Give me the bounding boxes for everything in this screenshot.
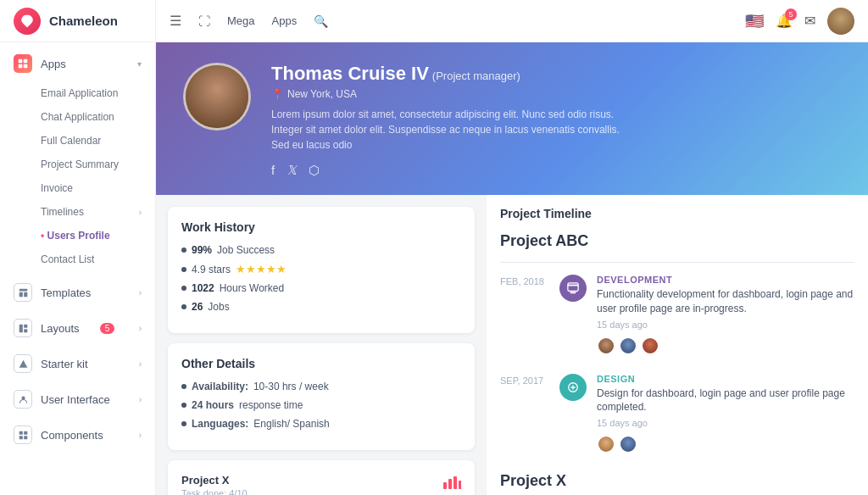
sidebar-apps-parent[interactable]: Apps ▾	[0, 46, 155, 81]
svg-rect-7	[19, 324, 22, 332]
right-panel: Project Timeline Project ABC FEB, 2018 D…	[487, 195, 868, 495]
stars-item: 4.9 stars ★★★★★	[181, 263, 461, 275]
hours-item: 1022 Hours Worked	[181, 282, 461, 294]
svg-rect-6	[24, 292, 27, 297]
sidebar-item-email-app[interactable]: Email Application	[0, 81, 155, 105]
user-avatar-nav[interactable]	[827, 8, 854, 35]
starter-kit-chevron: ›	[139, 359, 142, 369]
timeline-divider-1	[500, 262, 854, 263]
instagram-icon[interactable]: ⬡	[309, 163, 320, 178]
availability-label: Availability:	[192, 381, 248, 392]
svg-rect-22	[570, 292, 576, 293]
contact-list-label: Contact List	[41, 253, 94, 265]
templates-icon	[14, 283, 32, 302]
work-history-title: Work History	[181, 220, 461, 234]
profile-socials: f 𝕏 ⬡	[271, 163, 841, 178]
location-text: New York, USA	[287, 88, 357, 100]
svg-rect-5	[19, 292, 22, 297]
avatar-1	[597, 336, 615, 355]
flag-icon[interactable]: 🇺🇸	[745, 12, 764, 31]
sidebar-item-project-summary[interactable]: Project Summary	[0, 153, 155, 176]
sidebar-item-users-profile[interactable]: Users Profile	[0, 224, 155, 248]
user-interface-icon	[14, 390, 32, 409]
bell-wrapper[interactable]: 🔔 5	[776, 13, 793, 29]
mega-link[interactable]: Mega	[227, 14, 255, 27]
expand-icon[interactable]: ⛶	[198, 14, 210, 28]
sidebar-item-chat-app[interactable]: Chat Application	[0, 105, 155, 129]
timelines-chevron: ›	[139, 208, 142, 217]
languages-dot	[181, 421, 186, 426]
timelines-label: Timelines	[41, 206, 84, 218]
jobs-count: 26	[192, 301, 203, 313]
mail-icon[interactable]: ✉	[804, 13, 815, 29]
svg-rect-0	[19, 59, 23, 64]
project-x-section-title: Project X	[500, 472, 854, 490]
languages-label: Languages:	[192, 418, 248, 430]
sidebar-item-starter-kit[interactable]: Starter kit ›	[0, 346, 155, 381]
sidebar-item-user-interface[interactable]: User Interface ›	[0, 381, 155, 417]
svg-rect-13	[24, 431, 27, 434]
availability-item: Availability: 10-30 hrs / week	[181, 381, 461, 392]
languages-item: Languages: English/ Spanish	[181, 418, 461, 430]
avatar-5	[619, 435, 637, 453]
user-interface-label: User Interface	[41, 393, 110, 406]
languages-value: English/ Spanish	[253, 418, 329, 430]
left-panel: Work History 99% Job Success 4.9 stars ★…	[156, 195, 487, 495]
job-success-dot	[181, 248, 186, 253]
layouts-icon	[14, 319, 32, 337]
hamburger-icon[interactable]: ☰	[170, 13, 181, 29]
avatar-2	[619, 336, 637, 355]
apps-link[interactable]: Apps	[272, 14, 298, 27]
design-tag: DESIGN	[597, 374, 854, 384]
components-icon	[14, 425, 32, 444]
svg-marker-10	[19, 359, 27, 367]
job-success-pct: 99%	[192, 244, 212, 256]
sidebar-item-layouts[interactable]: Layouts 5 ›	[0, 310, 155, 346]
sidebar-item-invoice[interactable]: Invoice	[0, 176, 155, 200]
profile-info: Thomas Cruise IV (Project manager) 📍 New…	[271, 63, 841, 178]
sidebar-item-templates[interactable]: Templates ›	[0, 275, 155, 310]
twitter-icon[interactable]: 𝕏	[287, 163, 297, 178]
response-time-item: 24 hours response time	[181, 399, 461, 411]
star-icons: ★★★★★	[236, 263, 287, 275]
sidebar-item-full-calendar[interactable]: Full Calendar	[0, 129, 155, 153]
sidebar-item-components[interactable]: Components ›	[0, 417, 155, 453]
profile-avatar	[183, 63, 251, 131]
response-label: 24 hours	[192, 399, 234, 411]
svg-rect-20	[568, 283, 578, 292]
search-icon[interactable]: 🔍	[314, 14, 328, 28]
components-label: Components	[41, 429, 103, 442]
full-calendar-label: Full Calendar	[41, 135, 101, 147]
apps-label: Apps	[41, 58, 66, 70]
location-pin-icon: 📍	[271, 88, 284, 100]
components-chevron: ›	[139, 431, 142, 440]
sidebar-item-timelines[interactable]: Timelines ›	[0, 200, 155, 224]
stars-dot	[181, 267, 186, 272]
sidebar-logo[interactable]: Chameleon	[0, 0, 155, 42]
project-x-info: Project X Task done: 4/10	[181, 474, 248, 495]
timeline-item-development: FEB, 2018 DEVELOPMENT Functionality deve…	[500, 275, 854, 355]
svg-rect-18	[453, 476, 457, 489]
facebook-icon[interactable]: f	[271, 163, 275, 178]
avatar-3	[641, 336, 659, 355]
users-profile-label: Users Profile	[47, 230, 110, 242]
jobs-item: 26 Jobs	[181, 301, 461, 313]
hours-dot	[181, 286, 186, 291]
project-x-card: Project X Task done: 4/10	[168, 460, 475, 495]
sidebar-item-contact-list[interactable]: Contact List	[0, 248, 155, 271]
response-dot	[181, 403, 186, 408]
layouts-badge: 5	[100, 323, 115, 334]
job-success-item: 99% Job Success	[181, 244, 461, 256]
svg-rect-12	[19, 431, 22, 434]
development-tag: DEVELOPMENT	[597, 275, 854, 285]
job-success-label: Job Success	[217, 244, 275, 256]
starter-kit-label: Starter kit	[41, 358, 88, 370]
availability-dot	[181, 384, 186, 389]
starter-kit-icon	[14, 354, 32, 373]
sidebar: Chameleon Apps ▾ Email Application Chat …	[0, 0, 156, 495]
svg-point-11	[21, 396, 25, 399]
development-content: DEVELOPMENT Functionality development fo…	[597, 275, 854, 355]
development-avatars	[597, 336, 854, 355]
topnav: ☰ ⛶ Mega Apps 🔍 🇺🇸 🔔 5 ✉	[156, 0, 868, 42]
svg-rect-1	[24, 59, 28, 64]
